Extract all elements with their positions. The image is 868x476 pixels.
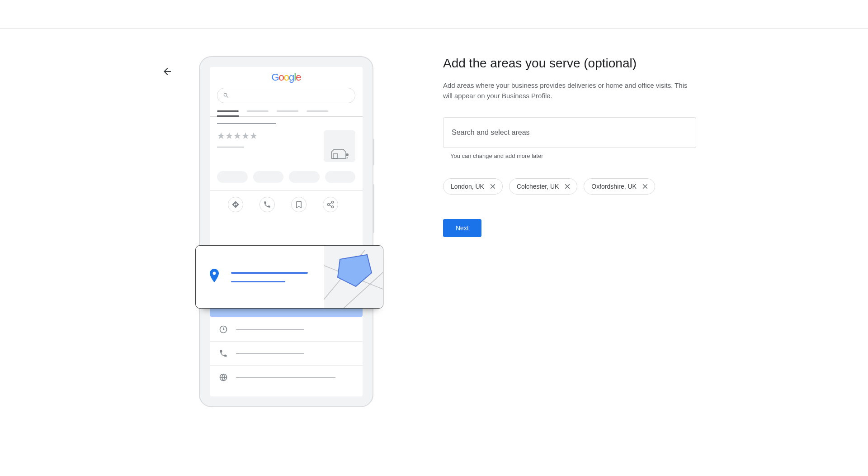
clock-icon <box>219 325 228 334</box>
area-chip[interactable]: Oxfordshire, UK <box>584 178 655 195</box>
search-helper-text: You can change and add more later <box>450 152 696 159</box>
map-thumbnail <box>324 246 383 308</box>
svg-point-2 <box>331 201 334 204</box>
remove-chip-button[interactable] <box>489 182 497 190</box>
close-icon <box>489 182 497 190</box>
phone-info-list <box>210 318 363 389</box>
highlight-bar <box>210 309 363 317</box>
directions-icon <box>228 197 243 212</box>
chip-label: Colchester, UK <box>517 183 559 190</box>
remove-chip-button[interactable] <box>563 182 571 190</box>
next-button[interactable]: Next <box>443 219 481 237</box>
back-button[interactable] <box>158 62 176 81</box>
svg-point-3 <box>327 204 330 206</box>
selected-areas-chips: London, UK Colchester, UK Oxfordshire, U… <box>443 178 696 195</box>
top-bar <box>0 0 868 29</box>
area-chip[interactable]: Colchester, UK <box>509 178 577 195</box>
globe-icon <box>219 373 228 382</box>
svg-point-1 <box>346 153 349 156</box>
right-column: Add the areas you serve (optional) Add a… <box>443 56 696 407</box>
service-area-card <box>195 245 383 309</box>
google-logo: Google <box>271 71 301 83</box>
phone-pills <box>210 162 363 190</box>
save-icon <box>291 197 307 212</box>
svg-rect-0 <box>333 154 338 158</box>
arrow-back-icon <box>162 66 173 77</box>
call-icon <box>259 197 275 212</box>
chip-label: London, UK <box>451 183 484 190</box>
phone-search-bar <box>217 88 355 103</box>
close-icon <box>563 182 571 190</box>
location-pin-icon <box>208 269 220 285</box>
svg-point-4 <box>331 206 334 208</box>
svg-line-6 <box>329 203 331 204</box>
search-icon <box>223 92 229 99</box>
phone-icon <box>219 349 228 358</box>
page-description: Add areas where your business provides d… <box>443 81 696 101</box>
left-column: Google ★★★★★ <box>163 56 380 407</box>
phone-tabs <box>210 110 363 117</box>
share-icon <box>323 197 338 212</box>
chip-label: Oxfordshire, UK <box>591 183 637 190</box>
svg-line-5 <box>329 205 331 206</box>
business-thumbnail-icon <box>324 130 355 162</box>
area-chip[interactable]: London, UK <box>443 178 503 195</box>
area-search-input[interactable] <box>443 117 696 148</box>
svg-marker-10 <box>338 255 372 286</box>
rating-stars-icon: ★★★★★ <box>217 130 258 141</box>
remove-chip-button[interactable] <box>641 182 649 190</box>
page-heading: Add the areas you serve (optional) <box>443 56 696 71</box>
phone-illustration: Google ★★★★★ <box>199 56 373 407</box>
phone-actions <box>210 190 363 219</box>
close-icon <box>641 182 649 190</box>
